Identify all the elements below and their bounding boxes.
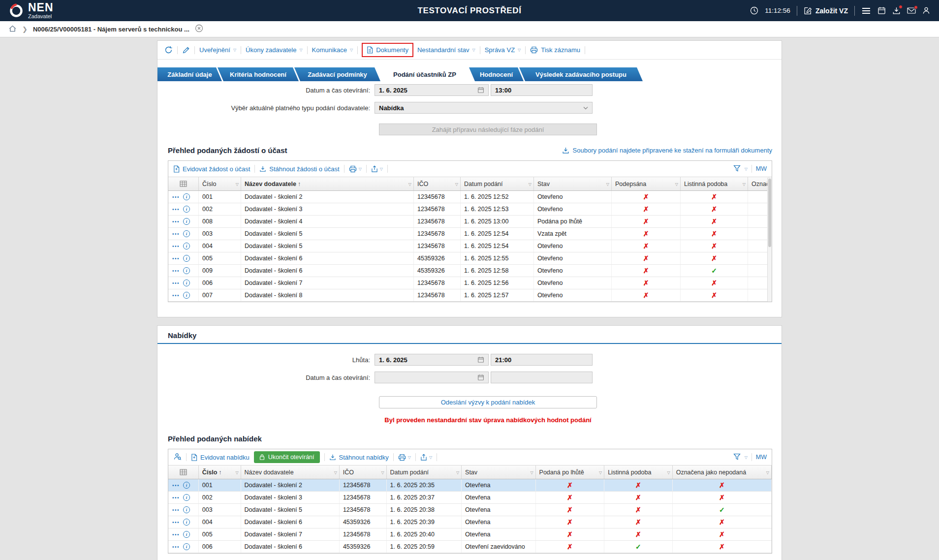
export-button[interactable]: ▽ xyxy=(420,454,432,461)
row-actions-button[interactable]: ••• xyxy=(172,483,180,488)
table-scrollbar[interactable] xyxy=(767,178,772,302)
messages-icon[interactable] xyxy=(907,7,916,14)
supplier-search-icon[interactable] xyxy=(173,453,182,462)
filter-icon[interactable]: ▽ xyxy=(675,182,678,186)
table-row[interactable]: •••i003Dodavatel - školení 5123456781. 6… xyxy=(168,504,772,516)
row-actions-button[interactable]: ••• xyxy=(172,293,180,298)
row-info-button[interactable]: i xyxy=(183,243,190,249)
tab-hodnoceni[interactable]: Hodnocení xyxy=(469,67,524,81)
nen-logo[interactable]: NEN Zadavatel xyxy=(9,2,54,19)
column-header[interactable]: Název dodavatele▽ xyxy=(241,466,340,479)
menu-tisk-zaznamu[interactable]: Tisk záznamu xyxy=(530,46,580,54)
table-row[interactable]: •••i005Dodavatel - školení 6453593261. 6… xyxy=(168,252,772,265)
row-info-button[interactable]: i xyxy=(183,206,190,213)
filter-icon[interactable]: ▽ xyxy=(334,470,337,474)
home-icon[interactable] xyxy=(8,25,17,34)
column-header[interactable]: Označena jako nepodaná xyxy=(748,177,769,190)
filter-icon[interactable]: ▽ xyxy=(381,470,384,474)
menu-dokumenty[interactable]: Dokumenty xyxy=(362,43,413,57)
calendar-icon[interactable] xyxy=(477,87,484,93)
next-phase-button[interactable]: Zahájit přípravu následující fáze podání xyxy=(379,124,597,135)
row-info-button[interactable]: i xyxy=(183,543,190,550)
column-header[interactable]: Podepsána▽ xyxy=(612,177,681,190)
chevron-down-icon[interactable]: ▽ xyxy=(745,455,748,460)
row-actions-button[interactable]: ••• xyxy=(172,532,180,537)
column-header[interactable]: IČO▽ xyxy=(340,466,387,479)
mw-button[interactable]: MW xyxy=(756,454,767,461)
table-row[interactable]: •••i008Dodavatel - školení 4123456781. 6… xyxy=(168,216,772,228)
tab-vysledek-zadavaciho-postupu[interactable]: Výsledek zadávacího postupu xyxy=(519,67,643,81)
row-info-button[interactable]: i xyxy=(183,292,190,299)
breadcrumb-record[interactable]: N006/25/V00005181 - Nájem serverů s tech… xyxy=(33,26,189,33)
table-row[interactable]: •••i006Dodavatel - školení 6453593261. 6… xyxy=(168,541,772,553)
register-offer-button[interactable]: Evidovat nabídku xyxy=(191,454,250,461)
type-select[interactable]: Nabídka xyxy=(375,102,593,114)
scrollbar-thumb[interactable] xyxy=(768,179,771,247)
row-actions-button[interactable]: ••• xyxy=(172,495,180,500)
row-actions-button[interactable]: ••• xyxy=(172,544,180,550)
column-header[interactable]: Číslo↑▽ xyxy=(199,466,241,479)
download-offers-button[interactable]: Stáhnout nabídky xyxy=(329,454,389,461)
table-row[interactable]: •••i004Dodavatel - školení 6453593261. 6… xyxy=(168,516,772,529)
column-header[interactable]: Označena jako nepodaná▽ xyxy=(673,466,772,479)
filter-icon[interactable]: ▽ xyxy=(408,182,411,186)
row-actions-button[interactable]: ••• xyxy=(172,207,180,212)
column-header[interactable]: Stav▽ xyxy=(462,466,536,479)
table-row[interactable]: •••i002Dodavatel - školení 3123456781. 6… xyxy=(168,492,772,504)
table-row[interactable]: •••i005Dodavatel - školení 7123456781. 6… xyxy=(168,529,772,541)
table-row[interactable]: •••i002Dodavatel - školení 3123456781. 6… xyxy=(168,203,772,216)
close-record-icon[interactable] xyxy=(195,24,203,34)
filter-icon[interactable]: ▽ xyxy=(456,470,459,474)
filter-button[interactable] xyxy=(733,165,741,173)
row-actions-button[interactable]: ••• xyxy=(172,268,180,274)
export-button[interactable]: ▽ xyxy=(371,165,383,173)
offers-open-date-field[interactable] xyxy=(375,372,489,383)
row-info-button[interactable]: i xyxy=(183,230,190,237)
row-info-button[interactable]: i xyxy=(183,280,190,286)
chevron-down-icon[interactable]: ▽ xyxy=(745,167,748,171)
column-header[interactable]: Datum podání▽ xyxy=(387,466,462,479)
tab-zakladni-udaje[interactable]: Základní údaje xyxy=(157,67,222,81)
column-header[interactable]: Stav▽ xyxy=(534,177,612,190)
table-row[interactable]: •••i009Dodavatel - školení 6453593261. 6… xyxy=(168,265,772,277)
tab-zadavaci-podminky[interactable]: Zadávací podmínky xyxy=(294,67,380,81)
column-header[interactable]: Listinná podoba▽ xyxy=(604,466,673,479)
calendar-icon[interactable] xyxy=(477,356,484,363)
table-row[interactable]: •••i007Dodavatel - školení 8123456781. 6… xyxy=(168,289,772,302)
edit-icon[interactable] xyxy=(182,46,190,54)
filter-icon[interactable]: ▽ xyxy=(455,182,458,186)
calendar-icon[interactable] xyxy=(477,374,484,381)
column-header[interactable]: IČO▽ xyxy=(414,177,461,190)
row-info-button[interactable]: i xyxy=(183,255,190,262)
table-row[interactable]: •••i003Dodavatel - školení 5123456781. 6… xyxy=(168,228,772,240)
filter-button[interactable] xyxy=(733,453,741,462)
row-actions-button[interactable]: ••• xyxy=(172,280,180,286)
row-info-button[interactable]: i xyxy=(183,267,190,274)
filter-icon[interactable]: ▽ xyxy=(236,182,239,186)
tab-kriteria-hodnoceni[interactable]: Kritéria hodnocení xyxy=(218,67,299,81)
send-call-button[interactable]: Odeslání výzvy k podání nabídek xyxy=(379,396,597,408)
row-info-button[interactable]: i xyxy=(183,531,190,538)
open-date-field[interactable]: 1. 6. 2025 xyxy=(375,84,489,96)
row-actions-button[interactable]: ••• xyxy=(172,520,180,525)
table-row[interactable]: •••i001Dodavatel - školení 2123456781. 6… xyxy=(168,479,772,492)
menu-komunikace[interactable]: Komunikace▽ xyxy=(312,46,353,54)
menu-sprava-vz[interactable]: Správa VZ▽ xyxy=(485,46,521,54)
downloads-icon[interactable] xyxy=(892,6,901,15)
deadline-date-field[interactable]: 1. 6. 2025 xyxy=(375,354,489,366)
create-vz-button[interactable]: Založit VZ xyxy=(804,6,848,15)
table-row[interactable]: •••i001Dodavatel - školení 2123456781. 6… xyxy=(168,191,772,203)
column-header[interactable]: Datum podání▽ xyxy=(461,177,534,190)
menu-ukony-zadavatele[interactable]: Úkony zadavatele▽ xyxy=(246,46,303,54)
row-actions-button[interactable]: ••• xyxy=(172,507,180,513)
finish-opening-button[interactable]: Ukončit otevírání xyxy=(254,451,320,463)
filter-icon[interactable]: ▽ xyxy=(529,182,532,186)
row-actions-button[interactable]: ••• xyxy=(172,219,180,224)
column-header[interactable]: Listinná podoba▽ xyxy=(681,177,748,190)
register-request-button[interactable]: Evidovat žádost o účast xyxy=(173,165,250,173)
menu-nestandardni-stav[interactable]: Nestandardní stav▽ xyxy=(417,46,475,54)
table-row[interactable]: •••i004Dodavatel - školení 5123456781. 6… xyxy=(168,240,772,252)
user-icon[interactable] xyxy=(922,6,930,15)
download-requests-button[interactable]: Stáhnout žádosti o účast xyxy=(259,165,339,173)
filter-icon[interactable]: ▽ xyxy=(667,470,670,474)
